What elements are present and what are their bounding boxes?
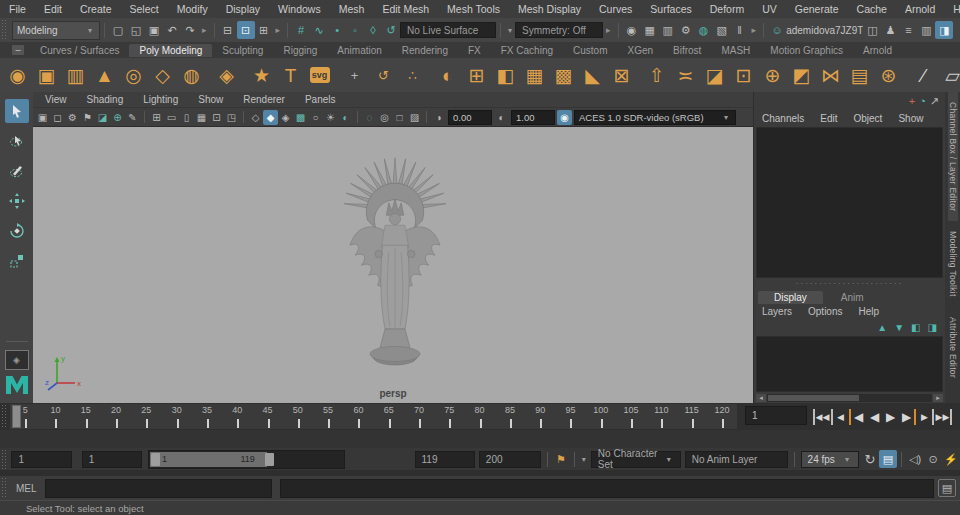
menu-curves[interactable]: Curves xyxy=(590,3,641,15)
platonic-solid-icon[interactable]: ◈ xyxy=(212,61,241,90)
render-sequence-icon[interactable]: ▧ xyxy=(713,21,731,39)
bevel-icon[interactable]: ◪ xyxy=(700,61,729,90)
panel-layout-toggle-icon[interactable]: ▥ xyxy=(917,21,935,39)
animation-preferences-icon[interactable]: ⚡ xyxy=(942,450,960,468)
select-object-mode-icon[interactable]: ⊡ xyxy=(237,21,255,39)
select-hierarchy-icon[interactable]: ⊟ xyxy=(219,21,237,39)
ambient-occlusion-icon[interactable]: ◌ xyxy=(362,110,377,125)
time-slider-grip[interactable] xyxy=(1,404,8,429)
svg-tool-icon[interactable]: svg xyxy=(305,61,334,90)
command-line-grip[interactable] xyxy=(1,477,8,499)
range-end-handle[interactable] xyxy=(265,453,274,466)
viewport-canvas[interactable]: y x z persp xyxy=(33,127,753,403)
go-to-end-button[interactable]: ▶▶ xyxy=(935,409,952,425)
shelf-tab-curves-surfaces[interactable]: Curves / Surfaces xyxy=(30,44,129,57)
menu-windows[interactable]: Windows xyxy=(269,3,330,15)
group-expand-icon[interactable]: ▸ xyxy=(276,25,281,35)
playback-end-field[interactable]: 119 xyxy=(415,451,475,468)
display-layers-toggle-icon[interactable]: ≡ xyxy=(899,21,917,39)
character-controls-toggle-icon[interactable]: ♟ xyxy=(881,21,899,39)
undo-icon[interactable]: ↶ xyxy=(163,21,181,39)
shelf-minimize-button[interactable]: – xyxy=(12,45,24,55)
menu-deform[interactable]: Deform xyxy=(701,3,753,15)
menu-mesh-display[interactable]: Mesh Display xyxy=(509,3,590,15)
paint-select-tool-button[interactable] xyxy=(5,159,29,183)
anim-layer-dropdown[interactable]: No Anim Layer xyxy=(685,451,788,468)
shadows-toggle-icon[interactable]: ◐ xyxy=(338,110,353,125)
construction-aid-icon[interactable]: + xyxy=(340,61,369,90)
move-layer-up-icon[interactable]: ▲ xyxy=(877,322,887,333)
poly-cylinder-icon[interactable]: ▥ xyxy=(61,61,90,90)
menu-help[interactable]: Help xyxy=(944,3,960,15)
field-chart-icon[interactable]: ⊡ xyxy=(209,110,224,125)
shelf-tab-sculpting[interactable]: Sculpting xyxy=(212,44,273,57)
lock-camera-icon[interactable]: ◻ xyxy=(50,110,65,125)
pan-zoom-icon[interactable]: ⊕ xyxy=(110,110,125,125)
menu-uv[interactable]: UV xyxy=(753,3,786,15)
shaded-display-icon[interactable]: ◆ xyxy=(263,110,278,125)
audio-mute-icon[interactable]: ◁) xyxy=(906,450,924,468)
move-tool-button[interactable] xyxy=(5,189,29,213)
previous-key-button[interactable]: ◀ xyxy=(849,409,866,425)
new-scene-icon[interactable]: ▢ xyxy=(109,21,127,39)
shelf-tab-arnold[interactable]: Arnold xyxy=(853,44,902,57)
scrollbar-track[interactable] xyxy=(767,394,932,402)
playback-speed-icon[interactable]: ⊙ xyxy=(924,450,942,468)
menu-create[interactable]: Create xyxy=(71,3,121,15)
shelf-tab-animation[interactable]: Animation xyxy=(327,44,391,57)
layer-menu-layers[interactable]: Layers xyxy=(762,306,792,317)
ipr-render-icon[interactable]: ▥ xyxy=(659,21,677,39)
poly-cube-icon[interactable]: ▣ xyxy=(32,61,61,90)
xray-display-icon[interactable]: ▨ xyxy=(407,110,422,125)
duplicate-face-icon[interactable]: ⊡ xyxy=(729,61,758,90)
chevron-down-icon[interactable]: ▾ xyxy=(508,26,512,35)
safe-action-icon[interactable]: ◳ xyxy=(224,110,239,125)
character-set-dropdown[interactable]: No Character Set ▾ xyxy=(591,451,681,468)
shelf-tab-custom[interactable]: Custom xyxy=(563,44,617,57)
shelf-tab-bifrost[interactable]: Bifrost xyxy=(663,44,711,57)
status-line-grip[interactable] xyxy=(1,19,8,41)
panel-menu-show[interactable]: Show xyxy=(198,94,235,105)
panel-menu-panels[interactable]: Panels xyxy=(305,94,348,105)
modeling-toolkit-toggle-icon[interactable]: ◫ xyxy=(863,21,881,39)
quad-draw-icon[interactable]: ▱ xyxy=(938,61,960,90)
play-backwards-button[interactable]: ◀ xyxy=(867,409,882,425)
scale-tool-button[interactable] xyxy=(5,249,29,273)
remesh-icon[interactable]: ▩ xyxy=(549,61,578,90)
wireframe-display-icon[interactable]: ◇ xyxy=(248,110,263,125)
channel-box-menu-channels[interactable]: Channels xyxy=(762,113,804,124)
range-start-handle[interactable] xyxy=(151,453,160,466)
isolate-select-icon[interactable]: □ xyxy=(392,110,407,125)
film-gate-icon[interactable]: ▭ xyxy=(164,110,179,125)
save-scene-icon[interactable]: ▣ xyxy=(145,21,163,39)
menu-edit[interactable]: Edit xyxy=(35,3,71,15)
smooth-icon[interactable]: ▦ xyxy=(520,61,549,90)
sphere-project-icon[interactable]: ⊛ xyxy=(874,61,903,90)
camera-attributes-icon[interactable]: ⚙ xyxy=(65,110,80,125)
next-key-button[interactable]: ▶ xyxy=(899,409,916,425)
sidebar-panel-toggle-icon[interactable]: ◨ xyxy=(935,21,953,39)
loop-playback-icon[interactable]: ↻ xyxy=(861,450,879,468)
select-camera-icon[interactable]: ▣ xyxy=(35,110,50,125)
render-current-frame-icon[interactable]: ▦ xyxy=(641,21,659,39)
manipulator-icon[interactable]: + xyxy=(909,95,915,107)
render-view-icon[interactable]: ◉ xyxy=(623,21,641,39)
menu-set-dropdown[interactable]: Modeling ▾ xyxy=(12,21,100,40)
view-transform-dropdown[interactable]: ACES 1.0 SDR-video (sRGB) ▾ xyxy=(574,110,736,125)
channel-list-empty[interactable] xyxy=(756,127,943,278)
shelf-tab-poly-modeling[interactable]: Poly Modeling xyxy=(129,44,212,57)
tab-anim-layers[interactable]: Anim xyxy=(825,291,880,304)
tab-attribute-editor[interactable]: Attribute Editor xyxy=(948,307,958,388)
grid-toggle-icon[interactable]: ⊞ xyxy=(149,110,164,125)
symmetry-field[interactable]: Symmetry: Off xyxy=(515,22,603,38)
new-layer-from-selected-icon[interactable]: ◨ xyxy=(928,322,937,333)
textured-display-icon[interactable]: ▩ xyxy=(293,110,308,125)
layer-menu-help[interactable]: Help xyxy=(858,306,879,317)
make-live-icon[interactable]: ↺ xyxy=(382,21,400,39)
new-empty-layer-icon[interactable]: ◧ xyxy=(911,322,920,333)
layer-list-empty[interactable] xyxy=(756,336,943,392)
grease-pencil-icon[interactable]: ✎ xyxy=(125,110,140,125)
triangulate-icon[interactable]: ◣ xyxy=(578,61,607,90)
poly-torus-icon[interactable]: ◎ xyxy=(119,61,148,90)
channel-box-menu-edit[interactable]: Edit xyxy=(820,113,837,124)
